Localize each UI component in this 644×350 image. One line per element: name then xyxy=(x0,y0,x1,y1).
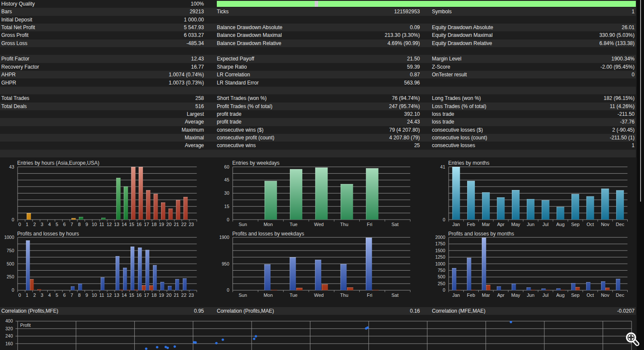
svg-text:Oct: Oct xyxy=(586,222,594,227)
svg-text:5: 5 xyxy=(56,293,58,298)
svg-text:15: 15 xyxy=(224,204,229,209)
svg-text:Profits and losses by months: Profits and losses by months xyxy=(448,231,514,237)
svg-text:950: 950 xyxy=(222,261,229,266)
svg-text:Jul: Jul xyxy=(543,293,549,298)
svg-text:Tue: Tue xyxy=(289,293,298,298)
svg-text:15: 15 xyxy=(129,222,134,227)
svg-text:10: 10 xyxy=(91,222,97,227)
svg-text:Jun: Jun xyxy=(527,222,535,227)
svg-text:16: 16 xyxy=(137,222,142,227)
svg-text:45: 45 xyxy=(224,177,229,182)
svg-text:Entries by hours (Asia,Europe,: Entries by hours (Asia,Europe,USA) xyxy=(17,160,99,166)
svg-text:1000: 1000 xyxy=(4,235,15,240)
svg-text:4: 4 xyxy=(48,222,51,227)
svg-text:Nov: Nov xyxy=(601,293,610,298)
svg-text:41: 41 xyxy=(440,164,445,169)
svg-text:Wed: Wed xyxy=(314,222,324,227)
svg-text:1500: 1500 xyxy=(435,248,446,253)
svg-text:May: May xyxy=(511,222,520,227)
svg-text:3: 3 xyxy=(41,222,43,227)
svg-text:17: 17 xyxy=(144,293,149,298)
svg-text:Fri: Fri xyxy=(367,293,372,298)
svg-text:320: 320 xyxy=(5,326,13,331)
svg-text:160: 160 xyxy=(5,341,13,346)
svg-text:23: 23 xyxy=(188,222,194,227)
svg-text:0: 0 xyxy=(227,217,229,222)
svg-text:May: May xyxy=(511,293,520,298)
svg-text:Feb: Feb xyxy=(467,293,475,298)
svg-text:250: 250 xyxy=(437,281,445,286)
svg-text:8: 8 xyxy=(78,222,81,227)
svg-text:Thu: Thu xyxy=(340,293,348,298)
svg-text:Feb: Feb xyxy=(467,222,475,227)
svg-text:30: 30 xyxy=(224,190,229,196)
svg-text:22: 22 xyxy=(181,222,186,227)
svg-text:500: 500 xyxy=(6,261,14,266)
svg-text:8: 8 xyxy=(78,293,81,298)
svg-text:17: 17 xyxy=(144,222,149,227)
svg-text:7: 7 xyxy=(70,293,73,298)
svg-text:23: 23 xyxy=(188,293,194,298)
svg-text:Entries by weekdays: Entries by weekdays xyxy=(232,160,279,166)
svg-text:10: 10 xyxy=(91,293,97,298)
svg-text:9: 9 xyxy=(85,293,88,298)
svg-text:Dec: Dec xyxy=(616,293,624,298)
svg-text:9: 9 xyxy=(85,222,88,227)
svg-text:1: 1 xyxy=(26,222,28,227)
svg-text:2: 2 xyxy=(33,293,36,298)
svg-text:Wed: Wed xyxy=(314,293,324,298)
svg-text:Jan: Jan xyxy=(452,222,460,227)
svg-text:240: 240 xyxy=(5,333,13,338)
svg-text:Jul: Jul xyxy=(543,222,549,227)
svg-text:3: 3 xyxy=(41,293,43,298)
svg-text:13: 13 xyxy=(114,293,119,298)
svg-text:1000: 1000 xyxy=(435,261,446,266)
svg-text:22: 22 xyxy=(181,293,186,298)
svg-text:0: 0 xyxy=(12,287,14,293)
svg-text:Sep: Sep xyxy=(571,222,580,227)
svg-text:6: 6 xyxy=(63,222,66,227)
svg-text:5: 5 xyxy=(56,222,58,227)
svg-text:0: 0 xyxy=(443,217,445,222)
svg-text:6: 6 xyxy=(63,293,66,298)
svg-text:13: 13 xyxy=(114,222,119,227)
svg-text:Mar: Mar xyxy=(482,293,490,298)
svg-text:7: 7 xyxy=(70,222,73,227)
svg-text:400: 400 xyxy=(5,318,13,323)
svg-text:0: 0 xyxy=(18,293,21,298)
svg-text:60: 60 xyxy=(224,164,229,169)
svg-text:20: 20 xyxy=(166,293,171,298)
svg-text:14: 14 xyxy=(122,222,127,227)
svg-text:19: 19 xyxy=(159,293,164,298)
svg-text:19: 19 xyxy=(159,222,164,227)
svg-text:Fri: Fri xyxy=(367,222,372,227)
svg-text:0: 0 xyxy=(12,217,14,222)
svg-text:Tue: Tue xyxy=(289,222,298,227)
svg-text:Dec: Dec xyxy=(616,222,624,227)
svg-text:1750: 1750 xyxy=(435,241,446,246)
svg-text:500: 500 xyxy=(437,274,445,279)
svg-text:Mar: Mar xyxy=(482,222,490,227)
svg-text:18: 18 xyxy=(152,222,157,227)
svg-text:21: 21 xyxy=(174,222,179,227)
svg-text:750: 750 xyxy=(6,248,14,253)
svg-text:0: 0 xyxy=(18,222,21,227)
svg-text:Sep: Sep xyxy=(571,293,580,298)
svg-text:Mon: Mon xyxy=(264,293,273,298)
svg-text:Mon: Mon xyxy=(264,222,273,227)
svg-text:Jan: Jan xyxy=(452,293,460,298)
svg-text:Thu: Thu xyxy=(340,222,348,227)
svg-text:4: 4 xyxy=(48,293,51,298)
svg-text:Apr: Apr xyxy=(497,222,504,227)
svg-text:20: 20 xyxy=(166,222,171,227)
svg-text:1: 1 xyxy=(26,293,28,298)
svg-text:Sun: Sun xyxy=(239,293,247,298)
svg-text:0: 0 xyxy=(443,287,445,293)
svg-text:21: 21 xyxy=(174,293,179,298)
svg-text:Entries by months: Entries by months xyxy=(448,160,489,166)
svg-text:2000: 2000 xyxy=(435,235,446,240)
svg-text:1250: 1250 xyxy=(435,254,446,259)
svg-text:12: 12 xyxy=(106,293,112,298)
svg-text:43: 43 xyxy=(9,164,14,169)
svg-text:Profits and losses by weekdays: Profits and losses by weekdays xyxy=(232,231,304,237)
